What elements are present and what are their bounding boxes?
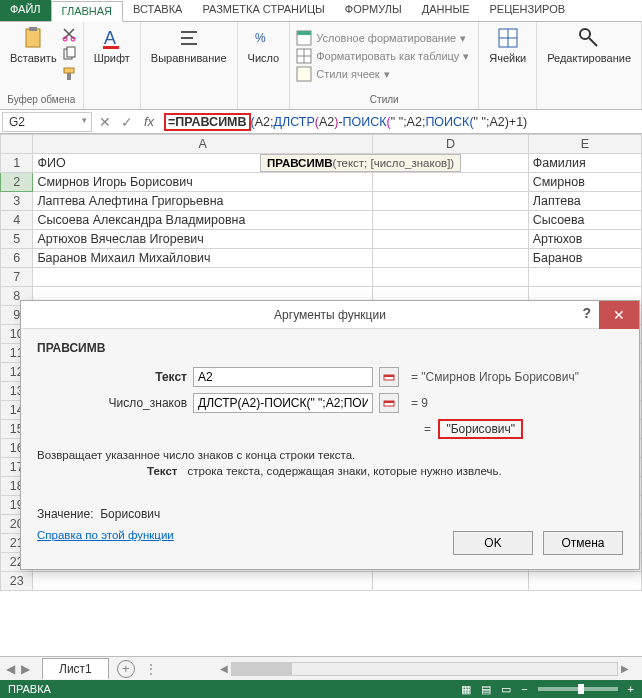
select-all-corner[interactable] — [1, 135, 33, 154]
col-header-E[interactable]: E — [528, 135, 641, 154]
cell[interactable]: Сысоева — [528, 211, 641, 230]
cell-styles-button[interactable]: Стили ячеек ▾ — [296, 66, 472, 82]
font-button[interactable]: A Шрифт — [90, 24, 134, 66]
cell[interactable]: Сысоева Александра Владмировна — [33, 211, 373, 230]
arg-numchars-input[interactable] — [193, 393, 373, 413]
cells-button[interactable]: Ячейки — [485, 24, 530, 66]
tab-formulas[interactable]: ФОРМУЛЫ — [335, 0, 412, 21]
formula-input[interactable]: =ПРАВСИМВ(A2;ДЛСТР(A2)-ПОИСК(" ";A2;ПОИС… — [160, 111, 642, 133]
dialog-close-icon[interactable]: ✕ — [599, 301, 639, 329]
name-box[interactable]: G2 — [2, 112, 92, 132]
row-header[interactable]: 4 — [1, 211, 33, 230]
fx-icon[interactable]: fx — [138, 114, 160, 129]
add-sheet-icon[interactable]: + — [117, 660, 135, 678]
svg-text:A: A — [104, 28, 116, 48]
status-mode: ПРАВКА — [8, 683, 51, 695]
cancel-button[interactable]: Отмена — [543, 531, 623, 555]
row-header[interactable]: 1 — [1, 154, 33, 173]
cell[interactable]: Смирнов — [528, 173, 641, 192]
function-help-link[interactable]: Справка по этой функции — [37, 529, 174, 541]
view-page-icon[interactable]: ▤ — [481, 683, 491, 696]
tab-review[interactable]: РЕЦЕНЗИРОВ — [479, 0, 575, 21]
sheet-nav-next-icon[interactable]: ▶ — [21, 662, 30, 676]
row-header[interactable]: 5 — [1, 230, 33, 249]
dialog-arg-description: Текстстрока текста, содержащая знаки, ко… — [147, 465, 623, 477]
cell[interactable] — [373, 230, 529, 249]
svg-point-23 — [580, 29, 590, 39]
svg-rect-15 — [297, 31, 311, 35]
cell[interactable] — [373, 173, 529, 192]
svg-rect-28 — [384, 401, 394, 403]
collapse-dialog-icon[interactable] — [379, 367, 399, 387]
cell[interactable] — [373, 211, 529, 230]
view-normal-icon[interactable]: ▦ — [461, 683, 471, 696]
editing-button[interactable]: Редактирование — [543, 24, 635, 66]
row-header[interactable]: 6 — [1, 249, 33, 268]
svg-rect-9 — [103, 46, 119, 49]
svg-rect-26 — [384, 375, 394, 377]
number-label: Число — [248, 52, 280, 64]
cell[interactable] — [33, 268, 373, 287]
sheet-nav-prev-icon[interactable]: ◀ — [6, 662, 15, 676]
row-header[interactable]: 7 — [1, 268, 33, 287]
font-label: Шрифт — [94, 52, 130, 64]
zoom-in-icon[interactable]: + — [628, 683, 634, 695]
enter-formula-icon[interactable]: ✓ — [116, 114, 138, 130]
row-header[interactable]: 23 — [1, 572, 33, 591]
cancel-formula-icon[interactable]: ✕ — [94, 114, 116, 130]
col-header-A[interactable]: A — [33, 135, 373, 154]
collapse-dialog-icon[interactable] — [379, 393, 399, 413]
group-cells: Ячейки — [479, 22, 537, 109]
scrollbar-thumb[interactable] — [232, 663, 292, 675]
format-table-button[interactable]: Форматировать как таблицу ▾ — [296, 48, 472, 64]
tab-insert[interactable]: ВСТАВКА — [123, 0, 192, 21]
status-bar: ПРАВКА ▦ ▤ ▭ − + — [0, 680, 642, 698]
tab-file[interactable]: ФАЙЛ — [0, 0, 51, 21]
horizontal-scrollbar[interactable] — [231, 662, 618, 676]
dialog-titlebar[interactable]: Аргументы функции ? ✕ — [21, 301, 639, 329]
arg-numchars-label: Число_знаков — [37, 396, 187, 410]
arg-text-input[interactable] — [193, 367, 373, 387]
cell[interactable]: Фамилия — [528, 154, 641, 173]
row-header[interactable]: 2 — [1, 173, 33, 192]
paste-label: Вставить — [10, 52, 57, 64]
sheet-tab[interactable]: Лист1 — [42, 658, 109, 679]
cell[interactable]: Лаптева Алефтина Григорьевна — [33, 192, 373, 211]
svg-rect-6 — [64, 68, 74, 73]
cell[interactable]: Артюхов Вячеслав Игоревич — [33, 230, 373, 249]
row-header[interactable]: 3 — [1, 192, 33, 211]
scroll-left-icon[interactable]: ◀ — [217, 663, 231, 674]
tab-data[interactable]: ДАННЫЕ — [412, 0, 480, 21]
ok-button[interactable]: OK — [453, 531, 533, 555]
copy-icon[interactable] — [61, 46, 77, 62]
align-button[interactable]: Выравнивание — [147, 24, 231, 66]
tab-home[interactable]: ГЛАВНАЯ — [51, 1, 123, 22]
group-styles-label: Стили — [370, 92, 399, 107]
cell[interactable]: Баранов — [528, 249, 641, 268]
col-header-D[interactable]: D — [373, 135, 529, 154]
dialog-help-icon[interactable]: ? — [582, 305, 591, 321]
format-painter-icon[interactable] — [61, 66, 77, 82]
cut-icon[interactable] — [61, 26, 77, 42]
paste-button[interactable]: Вставить — [6, 24, 61, 84]
zoom-slider[interactable] — [538, 687, 618, 691]
cells-label: Ячейки — [489, 52, 526, 64]
cell[interactable] — [373, 192, 529, 211]
dialog-title-text: Аргументы функции — [274, 308, 386, 322]
scroll-right-icon[interactable]: ▶ — [618, 663, 632, 674]
cell[interactable]: Смирнов Игорь Борисович — [33, 173, 373, 192]
dialog-description: Возвращает указанное число знаков с конц… — [37, 449, 623, 461]
tab-layout[interactable]: РАЗМЕТКА СТРАНИЦЫ — [192, 0, 334, 21]
cell[interactable]: Артюхов — [528, 230, 641, 249]
number-button[interactable]: % Число — [244, 24, 284, 66]
cell[interactable] — [373, 249, 529, 268]
function-args-dialog: Аргументы функции ? ✕ ПРАВСИМВ Текст = "… — [20, 300, 640, 570]
function-tooltip: ПРАВСИМВ(текст; [число_знаков]) — [260, 154, 461, 172]
cell[interactable]: Лаптева — [528, 192, 641, 211]
group-editing: Редактирование — [537, 22, 642, 109]
view-break-icon[interactable]: ▭ — [501, 683, 511, 696]
sheet-tab-bar: ◀ ▶ Лист1 + ⋮ ◀ ▶ — [0, 656, 642, 680]
cond-format-button[interactable]: Условное форматирование ▾ — [296, 30, 472, 46]
zoom-out-icon[interactable]: − — [521, 683, 527, 695]
cell[interactable]: Баранов Михаил Михайлович — [33, 249, 373, 268]
